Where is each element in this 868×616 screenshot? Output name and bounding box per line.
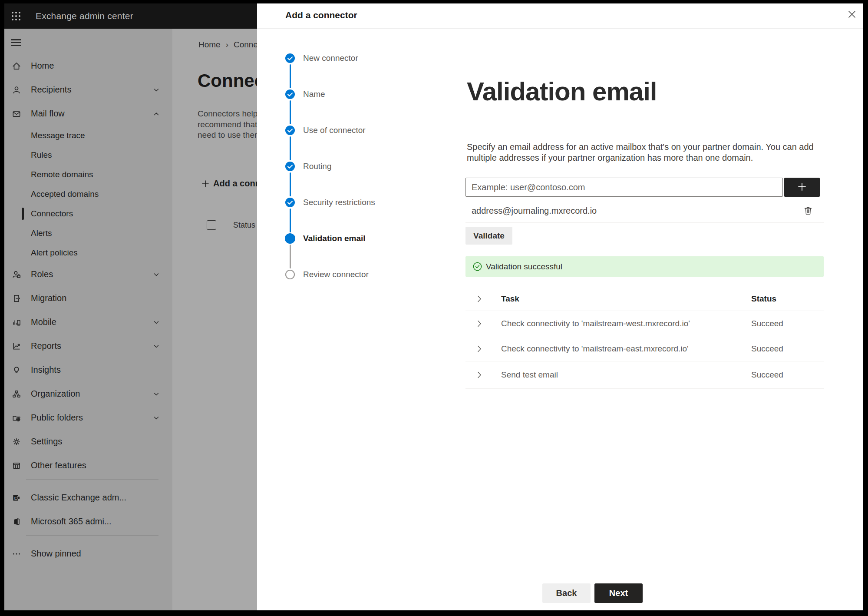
page-description: Connectors helprecommend thatneed to use… [198,109,257,141]
step-label: Routing [303,162,332,171]
add-connector-button[interactable]: Add a conn [201,179,261,189]
sidebar-item-reports[interactable]: Reports [4,334,172,358]
validate-button[interactable]: Validate [465,227,512,245]
sidebar-item-alerts[interactable]: Alerts [4,223,172,243]
sidebar-item-mobile[interactable]: Mobile [4,310,172,334]
selected-indicator [22,208,24,220]
breadcrumb-home[interactable]: Home [198,40,221,49]
classic-exchange-icon: E [12,493,21,503]
sidebar-item-insights[interactable]: Insights [4,358,172,382]
sidebar-item-label: Home [31,61,54,71]
sidebar-item-home[interactable]: Home [4,54,172,78]
step-label: Validation email [303,234,366,243]
hamburger-menu-icon[interactable] [11,39,21,46]
task-row[interactable]: Check connectivity to 'mailstream-east.m… [465,336,824,361]
sidebar-item-alert-policies[interactable]: Alert policies [4,243,172,262]
background-page: Home›Conne Connect Connectors helprecomm… [172,29,261,610]
divider [198,237,261,237]
success-banner: Validation successful [465,256,824,277]
step-label: Use of connector [303,126,366,135]
stepper-connector-line [290,136,291,160]
close-icon[interactable] [846,9,858,20]
sidebar-item-label: Other features [31,460,86,470]
sidebar-item-remote-domains[interactable]: Remote domains [4,165,172,184]
screen: Exchange admin center HomeRecipientsMail… [4,3,863,610]
step-complete-icon [285,125,295,136]
stepper-connector-line [290,172,291,196]
task-cell: Check connectivity to 'mailstream-west.m… [501,319,690,328]
sidebar-item-label: Roles [31,269,53,279]
page-description-line: Connectors help [198,109,257,119]
sidebar-item-microsoft-365-admi[interactable]: Microsoft 365 admi... [4,510,172,533]
chevron-down-icon [152,414,160,422]
breadcrumb-current: Conne [234,40,258,49]
sidebar-item-label: Show pinned [31,549,81,559]
sidebar-item-public-folders[interactable]: Public folders [4,406,172,430]
sidebar-item-label: Organization [31,389,80,399]
divider [198,171,261,171]
status-cell: Succeed [751,344,783,354]
expand-chevron-icon[interactable] [475,294,484,304]
sidebar-item-recipients[interactable]: Recipients [4,78,172,102]
sidebar-divider [26,479,158,480]
breadcrumb-chevron-icon: › [226,40,228,49]
back-button[interactable]: Back [542,583,591,603]
sidebar-item-roles[interactable]: Roles [4,262,172,286]
sidebar-item-label: Alerts [31,229,52,238]
sidebar-item-organization[interactable]: Organization [4,382,172,406]
sidebar-item-show-pinned[interactable]: Show pinned [4,542,172,566]
sidebar-item-message-trace[interactable]: Message trace [4,126,172,145]
sidebar-item-other-features[interactable]: Other features [4,454,172,477]
task-row[interactable]: Send test emailSucceed [465,361,824,389]
organization-icon [12,389,21,399]
status-cell: Succeed [751,319,783,328]
sidebar-divider [26,535,158,536]
breadcrumb: Home›Conne [198,40,258,50]
sidebar-item-label: Message trace [31,131,85,140]
page-description-line: need to use ther [198,130,257,141]
mobile-icon [12,318,21,327]
status-column-header: Status [233,221,255,230]
app-launcher-icon[interactable] [11,11,21,21]
step-label: Review connector [303,270,369,279]
sidebar-item-label: Alert policies [31,248,78,258]
step-current-icon [285,233,295,244]
address-email: address@journaling.mxrecord.io [472,206,597,216]
chevron-up-icon [152,110,160,118]
expand-chevron-icon[interactable] [475,344,484,354]
task-cell: Check connectivity to 'mailstream-east.m… [501,344,689,354]
stepper-connector-line [290,245,291,268]
app-title: Exchange admin center [36,3,133,29]
chevron-down-icon [152,342,160,350]
expand-chevron-icon[interactable] [475,319,484,328]
sidebar-item-label: Mobile [31,317,56,327]
sidebar-item-settings[interactable]: Settings [4,430,172,454]
task-cell: Send test email [501,370,558,380]
sidebar-item-connectors[interactable]: Connectors [4,204,172,223]
sidebar-item-rules[interactable]: Rules [4,145,172,165]
task-row[interactable]: Check connectivity to 'mailstream-west.m… [465,311,824,336]
step-complete-icon [285,53,295,63]
chevron-down-icon [152,271,160,278]
sidebar-item-label: Remote domains [31,170,93,179]
public-folders-icon [12,413,21,423]
select-all-checkbox[interactable] [207,220,216,230]
plus-icon [201,179,210,188]
add-address-button[interactable] [784,178,820,197]
sidebar-item-label: Public folders [31,413,83,423]
email-address-input[interactable] [465,178,783,197]
sidebar-item-migration[interactable]: Migration [4,286,172,310]
sidebar-item-label: Accepted domains [31,189,99,199]
task-column-header: Task [501,294,519,304]
stepper-connector-line [290,64,291,88]
sidebar-item-accepted-domains[interactable]: Accepted domains [4,184,172,204]
trash-icon[interactable] [803,205,813,216]
tasks-table-header: TaskStatus [465,287,824,311]
sidebar-item-classic-exchange-adm[interactable]: EClassic Exchange adm... [4,486,172,510]
sidebar-item-label: Insights [31,365,61,375]
sidebar-item-mail-flow[interactable]: Mail flow [4,102,172,126]
next-button[interactable]: Next [594,583,643,603]
expand-chevron-icon[interactable] [475,370,484,380]
step-label: New connector [303,53,358,63]
sidebar-item-label: Mail flow [31,109,65,119]
